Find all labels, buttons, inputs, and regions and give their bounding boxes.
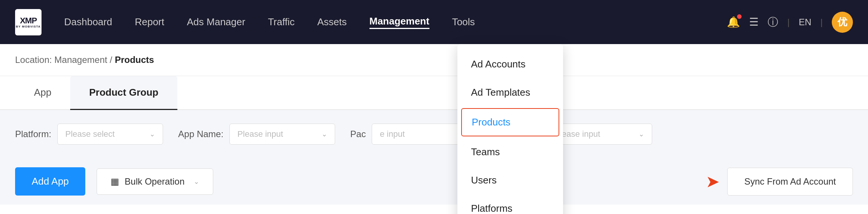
divider-1: | xyxy=(787,17,790,28)
nav-links: Dashboard Report Ads Manager Traffic Ass… xyxy=(64,15,727,29)
filter-platform: Platform: Please select ⌄ xyxy=(15,124,163,145)
breadcrumb-current: Products xyxy=(115,55,154,65)
navbar: XMP BY MOBVISTA Dashboard Report Ads Man… xyxy=(0,0,868,44)
nav-ads-manager[interactable]: Ads Manager xyxy=(187,16,245,28)
dropdown-item-products[interactable]: Products xyxy=(461,108,559,136)
arrow-right-icon: ➤ xyxy=(706,172,720,191)
actions-left: Add App ▦ Bulk Operation ⌄ xyxy=(15,167,213,196)
add-app-button[interactable]: Add App xyxy=(15,167,85,196)
app-name-label: App Name: xyxy=(178,129,223,139)
nav-traffic[interactable]: Traffic xyxy=(268,16,295,28)
help-icon[interactable]: ⓘ xyxy=(768,15,778,29)
breadcrumb-separator: / xyxy=(110,55,115,65)
pac-placeholder: e input xyxy=(380,129,405,139)
management-dropdown-menu: Ad Accounts Ad Templates Products Teams … xyxy=(457,44,563,214)
avatar[interactable]: 优 xyxy=(832,12,853,33)
filters-row: Platform: Please select ⌄ App Name: Plea… xyxy=(0,110,868,158)
nav-report[interactable]: Report xyxy=(135,16,164,28)
breadcrumb-prefix: Location: Management xyxy=(15,55,107,65)
actions-row: Add App ▦ Bulk Operation ⌄ ➤ Sync From A… xyxy=(0,158,868,205)
tab-app[interactable]: App xyxy=(15,76,70,110)
bulk-operation-button[interactable]: ▦ Bulk Operation ⌄ xyxy=(97,168,213,195)
nav-dashboard[interactable]: Dashboard xyxy=(64,16,112,28)
language-selector[interactable]: EN xyxy=(799,17,811,28)
dropdown-item-teams[interactable]: Teams xyxy=(457,138,563,166)
copy-icon: ▦ xyxy=(111,176,119,187)
dropdown-item-users[interactable]: Users xyxy=(457,166,563,194)
nav-management[interactable]: Management xyxy=(369,15,429,29)
bulk-operation-label: Bulk Operation xyxy=(125,176,185,187)
main-content: App Product Group Platform: Please selec… xyxy=(0,76,868,214)
app-name-select[interactable]: Please input ⌄ xyxy=(229,124,335,145)
platform-select[interactable]: Please select ⌄ xyxy=(57,124,163,145)
notification-dot xyxy=(737,14,742,19)
actions-right: ➤ Sync From Ad Account xyxy=(706,168,853,196)
divider-2: | xyxy=(820,17,823,28)
sync-from-ad-account-button[interactable]: Sync From Ad Account xyxy=(727,168,853,196)
dropdown-item-ad-templates[interactable]: Ad Templates xyxy=(457,78,563,107)
filter-app-name: App Name: Please input ⌄ xyxy=(178,124,335,145)
dropdown-item-platforms[interactable]: Platforms xyxy=(457,194,563,214)
tabs-row: App Product Group xyxy=(0,76,868,110)
logo-area: XMP BY MOBVISTA xyxy=(15,9,42,35)
logo-text: XMP xyxy=(16,16,41,26)
pac-label: Pac xyxy=(350,129,366,139)
logo-box: XMP BY MOBVISTA xyxy=(15,9,42,35)
platform-placeholder: Please select xyxy=(65,129,115,139)
dropdown-item-ad-accounts[interactable]: Ad Accounts xyxy=(457,50,563,78)
logo-sub: BY MOBVISTA xyxy=(16,25,41,28)
nav-assets[interactable]: Assets xyxy=(317,16,347,28)
app-name-placeholder: Please input xyxy=(237,129,283,139)
app-name-chevron-icon: ⌄ xyxy=(322,130,327,138)
platform-chevron-icon: ⌄ xyxy=(149,130,155,138)
nav-tools[interactable]: Tools xyxy=(452,16,475,28)
bulk-chevron-icon: ⌄ xyxy=(194,177,199,186)
notification-bell-icon[interactable]: 🔔 xyxy=(727,16,740,28)
breadcrumb: Location: Management / Products xyxy=(0,44,868,76)
nav-right: 🔔 ☰ ⓘ | EN | 优 xyxy=(727,12,853,33)
menu-icon[interactable]: ☰ xyxy=(749,16,759,28)
platform-label: Platform: xyxy=(15,129,51,139)
tab-product-group[interactable]: Product Group xyxy=(70,76,177,110)
description-chevron-icon: ⌄ xyxy=(639,130,644,138)
